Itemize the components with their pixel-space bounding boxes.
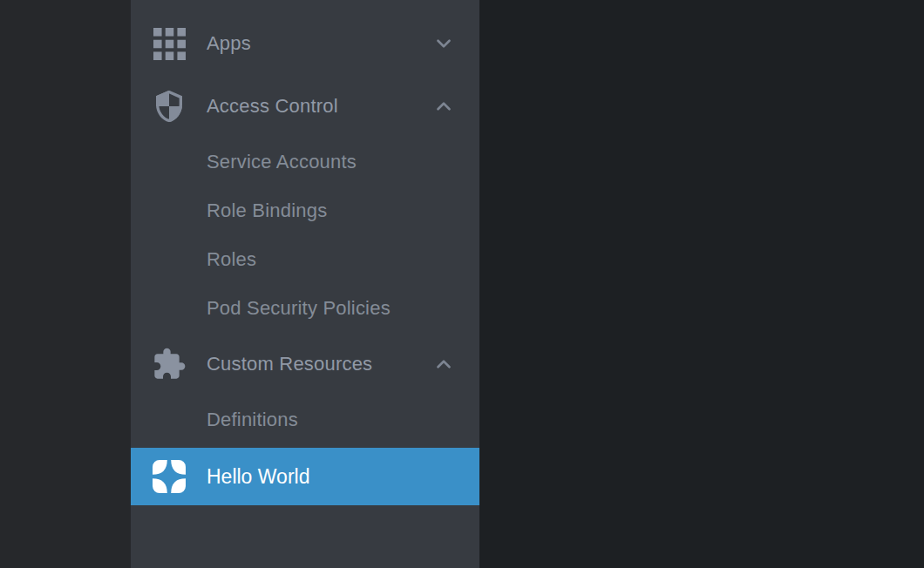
shield-icon (152, 89, 187, 124)
sidebar-item-label: Definitions (207, 409, 298, 431)
sidebar-item-hello-world[interactable]: Hello World (131, 448, 479, 505)
chevron-up-icon[interactable] (432, 353, 455, 375)
sidebar: Apps (131, 0, 479, 568)
sidebar-item-pod-security-policies[interactable]: Pod Security Policies (131, 284, 479, 333)
sidebar-item-access-control[interactable]: Access Control (131, 75, 479, 138)
sidebar-item-role-bindings[interactable]: Role Bindings (131, 186, 479, 235)
sidebar-item-label: Apps (207, 32, 251, 55)
sidebar-item-apps[interactable]: Apps (131, 12, 479, 75)
crd-star-icon (152, 459, 187, 494)
sidebar-item-label: Roles (207, 248, 256, 271)
sidebar-item-label: Role Bindings (207, 199, 327, 222)
puzzle-icon (152, 347, 187, 382)
sidebar-item-label: Hello World (207, 465, 309, 489)
chevron-up-icon[interactable] (432, 95, 455, 118)
cluster-rail (0, 0, 131, 568)
sidebar-item-service-accounts[interactable]: Service Accounts (131, 138, 479, 186)
sidebar-item-label: Custom Resources (207, 353, 372, 375)
chevron-down-icon[interactable] (432, 32, 455, 55)
grid-icon (152, 26, 187, 61)
sidebar-item-definitions[interactable]: Definitions (131, 396, 479, 444)
sidebar-item-custom-resources[interactable]: Custom Resources (131, 333, 479, 396)
sidebar-item-label: Pod Security Policies (207, 297, 391, 320)
sidebar-item-roles[interactable]: Roles (131, 235, 479, 284)
sidebar-item-label: Access Control (207, 95, 338, 118)
sidebar-item-label: Service Accounts (207, 151, 357, 173)
app-window: Apps (0, 0, 924, 568)
